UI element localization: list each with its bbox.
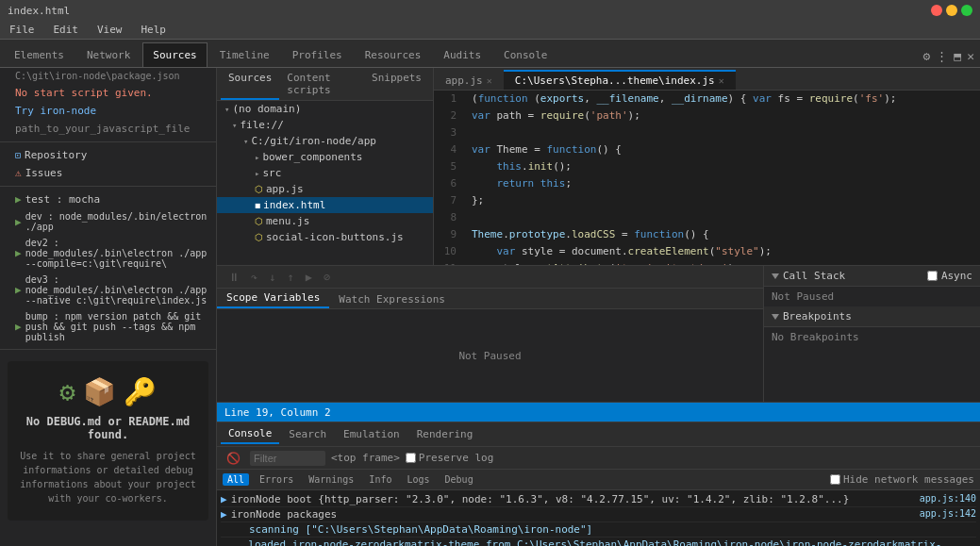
menu-edit[interactable]: Edit [50,24,83,36]
preserve-log-checkbox[interactable] [406,453,416,463]
log-expand-arrow[interactable]: ▶ [221,493,227,505]
tree-src[interactable]: ▸ src [217,165,433,181]
sources-panel: Sources Content scripts Snippets ▾ (no d… [217,68,980,266]
code-tab-appjs[interactable]: app.js ✕ [434,70,504,90]
console-filter-row: All Errors Warnings Info Logs Debug Hide… [217,470,980,490]
console-filter-input[interactable] [250,451,325,466]
sources-tabs: Sources Content scripts Snippets [217,68,433,101]
pause-btn[interactable]: ⏸ [224,269,243,286]
tab-profiles[interactable]: Profiles [282,42,353,67]
con-tab-search[interactable]: Search [281,425,334,443]
step-out-btn[interactable]: ↑ [283,269,297,286]
tree-index-html[interactable]: ◼ index.html [217,197,433,213]
debug-icon-2: 📦 [83,376,116,407]
con-tab-rendering[interactable]: Rendering [409,425,481,443]
menu-view[interactable]: View [93,24,126,36]
sidebar-bump-label: bump : npm version patch && git push && … [25,311,208,342]
filter-debug[interactable]: Debug [440,473,478,486]
sidebar-item-repository[interactable]: ⊡ Repository [0,146,216,164]
settings-icon[interactable]: ⚙ [923,49,931,63]
tab-timeline[interactable]: Timeline [209,42,280,67]
test-icon: ▶ [15,193,22,206]
top-frame-selector[interactable]: <top frame> [331,452,400,464]
log-link[interactable]: app.js:142 [920,508,976,519]
con-tab-emulation[interactable]: Emulation [336,425,407,443]
dev-icon: ▶ [15,216,22,228]
code-tab-indexjs[interactable]: C:\Users\Stepha...theme\index.js ✕ [504,70,736,90]
more-icon[interactable]: ⋮ [936,49,948,63]
tree-file-scheme[interactable]: ▾ file:// [217,117,433,133]
bower-arrow: ▸ [255,153,259,162]
sidebar-item-dev3[interactable]: ▶ dev3 : node_modules/.bin\electron ./ap… [0,272,216,308]
filter-warnings[interactable]: Warnings [304,473,358,486]
close-button[interactable] [931,5,942,16]
left-sidebar: C:\git\iron-node\package.json No start s… [0,68,217,546]
tab-elements[interactable]: Elements [4,42,75,67]
debug-toolbar: ⏸ ↷ ↓ ↑ ▶ ⊘ [217,266,763,289]
tree-bower[interactable]: ▸ bower_components [217,149,433,165]
minimize-button[interactable] [946,5,957,16]
sources-tab-content[interactable]: Content scripts [279,70,364,100]
sources-tree: Sources Content scripts Snippets ▾ (no d… [217,68,434,265]
line-numbers: 123456789101112131415161718192021222324 [434,91,464,265]
console-tabs: Console Search Emulation Rendering [217,422,980,447]
tree-menu-js[interactable]: ⬡ menu.js [217,213,433,229]
tree-app-js[interactable]: ⬡ app.js [217,181,433,197]
sidebar-item-dev[interactable]: ▶ dev : node_modules/.bin/electron ./app [0,208,216,235]
tree-social-icon-buttons[interactable]: ⬡ social-icon-buttons.js [217,229,433,245]
breakpoints-header[interactable]: Breakpoints [764,306,980,327]
sources-tab-snippets[interactable]: Snippets [364,70,429,100]
filter-logs[interactable]: Logs [402,473,434,486]
tab-indexjs-close[interactable]: ✕ [719,75,724,86]
tab-watch-expressions[interactable]: Watch Expressions [329,290,455,308]
bottom-panel: Console Search Emulation Rendering 🚫 <to… [217,422,980,546]
tab-network[interactable]: Network [76,42,141,67]
log-child-entry: loaded iron-node-zerodarkmatrix-theme fr… [221,538,976,546]
try-iron-node-label: Try iron-node [15,105,96,117]
sources-tab-sources[interactable]: Sources [221,70,279,100]
dock-icon[interactable]: ⬒ [954,49,961,63]
sidebar-item-test[interactable]: ▶ test : mocha [0,190,216,208]
step-over-btn[interactable]: ↷ [247,269,261,286]
continue-btn[interactable]: ▶ [302,269,316,286]
sidebar-item-dev2[interactable]: ▶ dev2 : node_modules/.bin\electron ./ap… [0,235,216,272]
tree-app-folder[interactable]: ▾ C:/git/iron-node/app [217,133,433,149]
sidebar-item-issues[interactable]: ⚠ Issues [0,164,216,182]
filter-info[interactable]: Info [364,473,396,486]
sidebar-item-bump[interactable]: ▶ bump : npm version patch && git push &… [0,308,216,345]
dev3-icon: ▶ [15,284,22,296]
deactivate-btn[interactable]: ⊘ [320,269,334,286]
call-stack-content: Not Paused [764,287,980,306]
tab-resources[interactable]: Resources [355,42,432,67]
no-domain-label: (no domain) [232,103,301,115]
log-expand-arrow[interactable]: ▶ [221,508,227,521]
debug-title: No DEBUG.md or README.md found. [19,415,197,441]
app-js-label: app.js [266,183,304,195]
sidebar-path[interactable]: C:\git\iron-node\package.json [0,68,216,84]
tree-no-domain[interactable]: ▾ (no domain) [217,101,433,117]
tab-appjs-close[interactable]: ✕ [487,75,492,86]
maximize-button[interactable] [961,5,972,16]
clear-console-btn[interactable]: 🚫 [223,450,244,467]
close-devtools-icon[interactable]: ✕ [967,49,974,63]
code-editor[interactable]: 123456789101112131415161718192021222324 … [434,91,980,265]
hide-network-text: Hide network messages [843,473,974,486]
devtools-tab-bar: Elements Network Sources Timeline Profil… [0,40,980,68]
call-stack-header[interactable]: Call Stack Async [764,266,980,287]
sidebar-issues-label: Issues [25,167,63,179]
menu-help[interactable]: Help [138,24,171,36]
tab-audits[interactable]: Audits [433,42,491,67]
tab-console[interactable]: Console [493,42,557,67]
con-tab-console[interactable]: Console [221,424,279,444]
call-stack-label: Call Stack [783,270,845,282]
filter-all[interactable]: All [223,473,249,486]
filter-errors[interactable]: Errors [255,473,298,486]
async-input[interactable] [927,271,938,281]
center-panel: Sources Content scripts Snippets ▾ (no d… [217,68,980,546]
tab-scope-variables[interactable]: Scope Variables [217,289,329,308]
tab-sources[interactable]: Sources [142,42,207,67]
menu-file[interactable]: File [6,24,39,36]
step-into-btn[interactable]: ↓ [265,269,279,286]
hide-network-checkbox[interactable] [830,474,840,485]
log-link[interactable]: app.js:140 [920,493,976,504]
